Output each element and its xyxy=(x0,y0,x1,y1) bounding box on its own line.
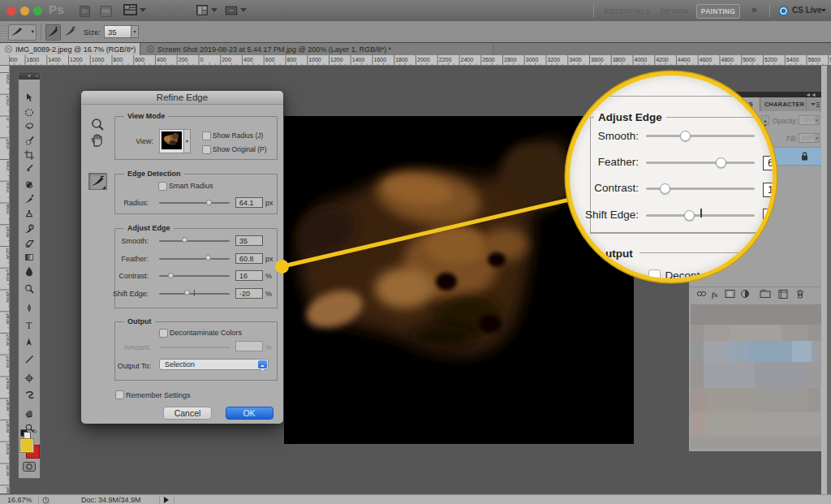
svg-text:2600: 2600 xyxy=(482,57,495,62)
svg-text:2800: 2800 xyxy=(504,57,517,62)
svg-text:1000: 1000 xyxy=(308,57,321,62)
svg-text:1600: 1600 xyxy=(374,57,387,62)
svg-text:1400: 1400 xyxy=(352,57,365,62)
svg-text:600: 600 xyxy=(135,57,144,62)
svg-text:1400: 1400 xyxy=(48,57,61,62)
svg-text:4200: 4200 xyxy=(656,57,669,62)
svg-text:5400: 5400 xyxy=(786,57,799,62)
svg-text:3400: 3400 xyxy=(569,57,582,62)
svg-text:200: 200 xyxy=(179,57,188,62)
svg-text:400: 400 xyxy=(157,57,166,62)
svg-text:2000: 2000 xyxy=(417,57,430,62)
svg-text:4600: 4600 xyxy=(700,57,713,62)
svg-text:T: T xyxy=(26,320,32,331)
svg-text:2200: 2200 xyxy=(439,57,452,62)
svg-text:4800: 4800 xyxy=(721,57,734,62)
svg-text:400: 400 xyxy=(243,57,253,62)
svg-text:1800: 1800 xyxy=(395,57,408,62)
svg-text:1200: 1200 xyxy=(70,57,83,62)
svg-text:1600: 1600 xyxy=(27,57,40,62)
svg-text:200: 200 xyxy=(222,57,231,62)
svg-text:4400: 4400 xyxy=(678,57,691,62)
svg-text:3800: 3800 xyxy=(613,57,626,62)
svg-text:1200: 1200 xyxy=(330,57,343,62)
svg-text:3600: 3600 xyxy=(591,57,604,62)
svg-text:5200: 5200 xyxy=(764,57,777,62)
svg-text:0: 0 xyxy=(200,57,204,62)
svg-text:5600: 5600 xyxy=(808,57,821,62)
svg-text:3000: 3000 xyxy=(526,57,539,62)
svg-text:600: 600 xyxy=(265,57,275,62)
svg-text:1000: 1000 xyxy=(92,57,105,62)
svg-text:4000: 4000 xyxy=(635,57,648,62)
svg-text:2400: 2400 xyxy=(461,57,474,62)
svg-text:5000: 5000 xyxy=(743,57,756,62)
svg-text:800: 800 xyxy=(114,57,123,62)
svg-text:fx: fx xyxy=(712,291,718,299)
svg-text:800: 800 xyxy=(287,57,297,62)
svg-text:3200: 3200 xyxy=(548,57,561,62)
